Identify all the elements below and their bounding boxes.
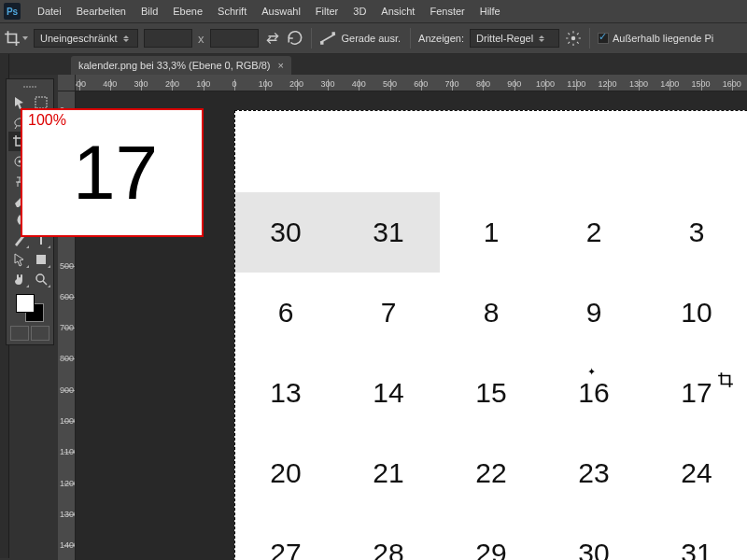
crop-height-input[interactable] <box>210 29 259 48</box>
svg-point-2 <box>571 36 576 41</box>
menu-auswahl[interactable]: Auswahl <box>254 2 308 21</box>
calendar-cell: 30 <box>234 192 337 273</box>
overlay-show-label: Anzeigen: <box>418 33 464 44</box>
foreground-swatch[interactable] <box>16 294 35 313</box>
zoom-preview-overlay: 100% 17 <box>21 108 204 237</box>
svg-rect-3 <box>35 97 47 108</box>
delete-outside-label: Außerhalb liegende Pi <box>613 33 713 44</box>
calendar-cell: 14 <box>337 353 440 433</box>
dimension-x-label: x <box>198 32 204 46</box>
calendar-cell: 31 <box>337 192 440 273</box>
app-logo: Ps <box>4 3 21 20</box>
calendar-cell: 27 <box>234 513 337 560</box>
calendar-cell: 22 <box>440 433 543 513</box>
overlay-value: Drittel-Regel <box>476 33 533 44</box>
document-tab-title: kalender.png bei 33,3% (Ebene 0, RGB/8) <box>78 60 270 71</box>
calendar-cell: 1 <box>440 192 543 273</box>
calendar-cell: 21 <box>337 433 440 513</box>
svg-point-10 <box>36 274 44 282</box>
menu-filter[interactable]: Filter <box>308 2 345 21</box>
tool-hand[interactable] <box>8 269 30 288</box>
svg-rect-9 <box>36 255 46 264</box>
calendar-cell: 15 <box>440 353 543 433</box>
menu-bar: Ps DateiBearbeitenBildEbeneSchriftAuswah… <box>0 0 747 22</box>
crop-width-input[interactable] <box>144 29 192 48</box>
options-bar: Uneingeschränkt x Gerade ausr. Anzeigen:… <box>0 22 747 54</box>
standard-mode-button[interactable] <box>10 326 29 341</box>
straighten-label[interactable]: Gerade ausr. <box>342 33 402 44</box>
panel-grip[interactable] <box>8 83 51 91</box>
calendar-cell: 7 <box>337 273 440 353</box>
menu-ebene[interactable]: Ebene <box>165 2 210 21</box>
menu-3d[interactable]: 3D <box>345 2 374 21</box>
aspect-ratio-dropdown[interactable]: Uneingeschränkt <box>34 29 138 48</box>
crop-cursor-icon <box>717 371 734 390</box>
crop-rect[interactable]: ✦ ✦ <box>591 371 747 560</box>
calendar-cell: 13 <box>234 353 337 433</box>
svg-rect-0 <box>320 41 323 44</box>
zoom-preview-value: 17 <box>73 134 158 211</box>
crop-handle-top-left[interactable]: ✦ <box>586 367 596 376</box>
zoom-preview-percent: 100% <box>28 112 66 129</box>
quickmask-mode-button[interactable] <box>31 326 49 341</box>
tool-path-select[interactable] <box>8 249 30 269</box>
ruler-horizontal[interactable]: 5004003002001000100200300400500600700800… <box>76 75 747 91</box>
menu-hilfe[interactable]: Hilfe <box>472 2 508 21</box>
swap-dimensions-button[interactable] <box>264 30 281 47</box>
straighten-icon[interactable] <box>319 30 336 47</box>
delete-outside-checkbox[interactable]: Außerhalb liegende Pi <box>598 33 713 44</box>
clear-ratio-button[interactable] <box>287 30 303 47</box>
menu-ansicht[interactable]: Ansicht <box>374 2 422 21</box>
ruler-origin[interactable] <box>58 75 76 91</box>
crop-options-gear-icon[interactable] <box>565 30 582 47</box>
calendar-cell: 20 <box>234 433 337 513</box>
tool-zoom[interactable] <box>30 269 51 288</box>
calendar-cell: 2 <box>543 192 645 273</box>
calendar-cell: 28 <box>337 513 440 560</box>
color-swatches[interactable] <box>16 294 44 322</box>
menu-fenster[interactable]: Fenster <box>422 2 472 21</box>
calendar-cell: 9 <box>543 273 645 353</box>
close-tab-button[interactable]: × <box>277 60 283 71</box>
overlay-dropdown[interactable]: Drittel-Regel <box>470 29 559 48</box>
tool-shape[interactable] <box>30 249 51 269</box>
calendar-cell: 6 <box>234 273 337 353</box>
calendar-cell: 10 <box>645 273 747 353</box>
aspect-ratio-value: Uneingeschränkt <box>40 33 118 44</box>
svg-rect-1 <box>331 32 334 35</box>
calendar-cell: 3 <box>645 192 747 273</box>
document-tab-row: kalender.png bei 33,3% (Ebene 0, RGB/8) … <box>0 54 747 75</box>
calendar-cell: 8 <box>440 273 543 353</box>
active-tool-icon[interactable] <box>4 27 28 49</box>
menu-bild[interactable]: Bild <box>134 2 165 21</box>
menu-datei[interactable]: Datei <box>30 2 69 21</box>
document-tab[interactable]: kalender.png bei 33,3% (Ebene 0, RGB/8) … <box>71 56 291 75</box>
menu-bearbeiten[interactable]: Bearbeiten <box>69 2 134 21</box>
menu-schrift[interactable]: Schrift <box>210 2 254 21</box>
calendar-cell: 29 <box>440 513 543 560</box>
